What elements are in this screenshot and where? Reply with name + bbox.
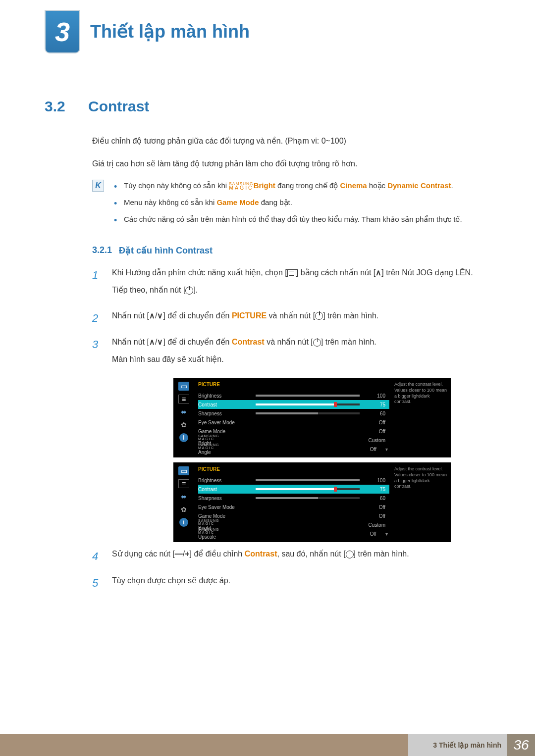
- step-number: 2: [92, 309, 102, 327]
- osd-sidebar: ▭ ≡ ⬌ ✿ i: [173, 378, 194, 457]
- osd-main-panel: PICTURE Brightness100 Contrast75 Sharpne…: [194, 378, 391, 457]
- osd-row-contrast: Contrast75: [198, 400, 389, 409]
- steps-list-continued: 4 Sử dụng các nút [—/+] để điều chỉnh Co…: [92, 547, 490, 592]
- osd-row-brightness: Brightness100: [198, 391, 389, 400]
- menu-icon: [287, 269, 296, 277]
- osd-title: PICTURE: [198, 382, 389, 387]
- step-number: 4: [92, 547, 102, 565]
- osd-row-magicangle: SAMSUNGMAGICAngleOff▾: [198, 445, 389, 454]
- resize-icon: ⬌: [178, 407, 189, 416]
- up-icon: ∧: [375, 268, 381, 277]
- note-box: K Tùy chọn này không có sẵn khi SAMSUNGM…: [92, 180, 490, 230]
- chapter-number-tab: 3: [45, 10, 80, 53]
- note-item-3: Các chức năng có sẵn trên màn hình có th…: [114, 213, 462, 225]
- osd-row-contrast: Contrast75: [198, 485, 389, 494]
- page-footer: 3 Thiết lập màn hình 36: [0, 734, 535, 756]
- samsung-magic-label: SAMSUNGMAGIC: [229, 182, 253, 191]
- osd-row-eyesaver: Eye Saver ModeOff: [198, 503, 389, 511]
- subsection-number: 3.2.1: [92, 245, 112, 256]
- osd-screenshot-2: ▭ ≡ ⬌ ✿ i PICTURE Brightness100 Contrast…: [173, 462, 490, 542]
- chevron-down-icon: ▾: [383, 447, 389, 452]
- list-icon: ≡: [178, 395, 189, 403]
- step-1: 1 Khi Hướng dẫn phím chức năng xuất hiện…: [92, 266, 490, 301]
- osd-help-text: Adjust the contrast level. Values closer…: [391, 462, 451, 542]
- subsection-title: Đặt cấu hình Contrast: [119, 245, 213, 256]
- power-icon: [315, 312, 323, 320]
- intro-paragraph-2: Giá trị cao hơn sẽ làm tăng độ tương phả…: [92, 157, 490, 170]
- resize-icon: ⬌: [178, 492, 189, 501]
- footer-bar: [0, 734, 408, 756]
- section-header: 3.2 Contrast: [45, 98, 490, 115]
- osd-title: PICTURE: [198, 466, 389, 472]
- list-icon: ≡: [178, 479, 189, 488]
- monitor-icon: ▭: [178, 466, 189, 475]
- gear-icon: ✿: [178, 505, 189, 514]
- step-number: 3: [92, 335, 102, 370]
- step-5: 5 Tùy chọn được chọn sẽ được áp.: [92, 574, 490, 592]
- osd-row-eyesaver: Eye Saver ModeOff: [198, 418, 389, 427]
- step-2: 2 Nhấn nút [∧/∨] để di chuyển đến PICTUR…: [92, 309, 490, 327]
- section-number: 3.2: [45, 98, 76, 115]
- osd-row-brightness: Brightness100: [198, 476, 389, 485]
- power-icon: [346, 551, 354, 558]
- step-number: 5: [92, 574, 102, 592]
- info-icon: i: [179, 518, 188, 527]
- footer-chapter-label: 3 Thiết lập màn hình: [408, 734, 507, 756]
- step-number: 1: [92, 266, 102, 301]
- chapter-title: Thiết lập màn hình: [90, 21, 250, 42]
- osd-help-text: Adjust the contrast level. Values closer…: [391, 378, 451, 457]
- gear-icon: ✿: [178, 420, 189, 429]
- intro-paragraph-1: Điều chỉnh độ tương phản giữa các đối tư…: [92, 135, 490, 148]
- up-icon: ∧: [149, 311, 155, 320]
- power-icon: [313, 339, 321, 347]
- note-item-2: Menu này không có sẵn khi Game Mode đang…: [114, 197, 462, 208]
- steps-list: 1 Khi Hướng dẫn phím chức năng xuất hiện…: [92, 266, 490, 370]
- note-icon: K: [92, 180, 104, 192]
- chevron-down-icon: ▾: [383, 531, 389, 537]
- osd-row-sharpness: Sharpness60: [198, 494, 389, 503]
- note-item-1: Tùy chọn này không có sẵn khi SAMSUNGMAG…: [114, 180, 462, 192]
- note-list: Tùy chọn này không có sẵn khi SAMSUNGMAG…: [114, 180, 462, 230]
- power-icon: [185, 287, 193, 295]
- chapter-header: 3 Thiết lập màn hình: [45, 10, 490, 53]
- osd-row-sharpness: Sharpness60: [198, 409, 389, 418]
- osd-main-panel: PICTURE Brightness100 Contrast75 Sharpne…: [194, 462, 391, 542]
- down-icon: ∨: [157, 311, 163, 320]
- info-icon: i: [179, 433, 188, 442]
- down-icon: ∨: [157, 338, 163, 346]
- section-title: Contrast: [88, 98, 149, 115]
- step-4: 4 Sử dụng các nút [—/+] để điều chỉnh Co…: [92, 547, 490, 565]
- up-icon: ∧: [149, 338, 155, 346]
- osd-sidebar: ▭ ≡ ⬌ ✿ i: [173, 462, 194, 542]
- osd-screenshot-1: ▭ ≡ ⬌ ✿ i PICTURE Brightness100 Contrast…: [173, 378, 490, 457]
- step-3: 3 Nhấn nút [∧/∨] để di chuyển đến Contra…: [92, 335, 490, 370]
- osd-row-magicupscale: SAMSUNGMAGICUpscaleOff▾: [198, 529, 389, 538]
- page-number: 36: [507, 734, 535, 756]
- subsection-header: 3.2.1 Đặt cấu hình Contrast: [92, 245, 490, 256]
- monitor-icon: ▭: [178, 382, 189, 391]
